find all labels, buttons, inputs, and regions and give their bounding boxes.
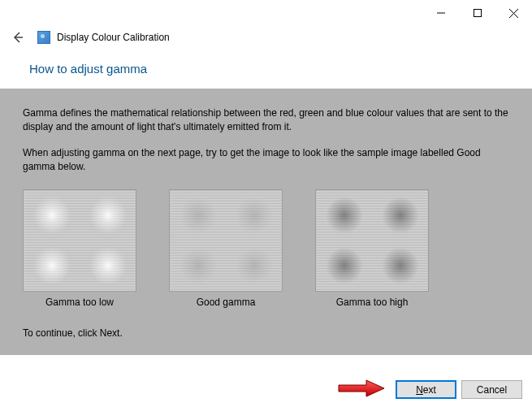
sample-gamma-high: Gamma too high (315, 189, 429, 308)
wizard-footer: Next Cancel (396, 380, 522, 399)
back-button[interactable] (10, 29, 26, 45)
sample-image-high (315, 189, 429, 292)
gamma-samples: Gamma too low Good gamma (23, 189, 509, 308)
sample-image-low (23, 189, 136, 292)
sample-label-high: Gamma too high (315, 297, 429, 308)
next-button-label-rest: ext (423, 384, 436, 396)
sample-image-good (169, 189, 283, 292)
sample-label-good: Good gamma (169, 297, 283, 308)
close-button[interactable] (495, 2, 532, 24)
svg-rect-1 (474, 10, 481, 17)
app-icon (37, 31, 50, 44)
sample-gamma-good: Good gamma (169, 189, 283, 308)
maximize-button[interactable] (459, 2, 495, 24)
wizard-header: Display Colour Calibration (0, 24, 532, 57)
sample-label-low: Gamma too low (23, 297, 136, 308)
continue-hint: To continue, click Next. (23, 327, 509, 339)
minimize-button[interactable] (422, 2, 459, 24)
content-panel: Gamma defines the mathematical relations… (0, 89, 532, 355)
cancel-button[interactable]: Cancel (461, 380, 522, 399)
intro-paragraph-2: When adjusting gamma on the next page, t… (23, 146, 509, 175)
page-heading: How to adjust gamma (0, 57, 532, 89)
svg-marker-5 (339, 380, 384, 396)
next-button[interactable]: Next (396, 380, 456, 399)
annotation-arrow-icon (337, 378, 386, 399)
app-title: Display Colour Calibration (57, 32, 170, 43)
sample-gamma-low: Gamma too low (23, 189, 136, 308)
titlebar (0, 0, 532, 24)
intro-paragraph-1: Gamma defines the mathematical relations… (23, 106, 509, 135)
